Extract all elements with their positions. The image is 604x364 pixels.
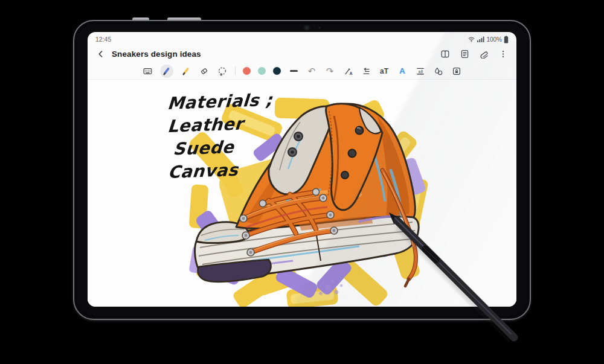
handwritten-note: Materials ; Leather Suede Canvas [162, 89, 274, 185]
color-swatch-mint[interactable] [258, 67, 266, 75]
highlighter-icon[interactable] [181, 65, 191, 77]
signal-icon [477, 36, 484, 43]
handwriting-line: Leather [165, 112, 272, 138]
shapes-icon[interactable] [433, 65, 444, 77]
wifi-icon [467, 36, 475, 43]
straighten-icon[interactable] [361, 65, 371, 77]
handwriting-line: Materials ; [167, 89, 274, 115]
title-bar: Sneakers design ideas [88, 45, 516, 63]
back-icon[interactable] [97, 49, 105, 59]
tablet-device: 12:45 100% [73, 20, 531, 320]
redo-icon[interactable]: ↷ [324, 65, 335, 77]
lock-icon[interactable] [451, 65, 462, 77]
lasso-icon[interactable] [217, 65, 228, 77]
font-size-icon[interactable]: aT [379, 65, 390, 77]
note-title: Sneakers design ideas [112, 49, 201, 59]
tablet-screen: 12:45 100% [88, 32, 516, 307]
multi-window-icon[interactable] [440, 49, 450, 59]
battery-percent: 100% [486, 36, 502, 43]
svg-text:a: a [419, 68, 422, 74]
light-sensor [318, 27, 321, 29]
drawing-toolbar: ↶ ↷ A aT A a [88, 63, 516, 80]
page-view-icon[interactable] [460, 49, 469, 59]
front-camera [304, 25, 309, 30]
line-thickness-icon[interactable] [288, 65, 299, 77]
pen-icon[interactable] [160, 65, 173, 78]
battery-icon [504, 36, 509, 43]
pen-to-text-icon[interactable]: A [342, 65, 353, 77]
keyboard-icon[interactable] [142, 65, 153, 77]
status-bar: 12:45 100% [88, 32, 516, 45]
undo-icon[interactable]: ↶ [306, 65, 317, 77]
note-canvas[interactable]: Materials ; Leather Suede Canvas [88, 80, 516, 307]
eraser-icon[interactable] [199, 65, 210, 77]
attachment-icon[interactable] [480, 49, 489, 59]
color-swatch-coral[interactable] [243, 67, 251, 75]
more-options-icon[interactable] [499, 49, 507, 59]
ai-assist-a-icon[interactable]: A [397, 65, 408, 77]
handwriting-line: Canvas [162, 158, 269, 184]
clock: 12:45 [95, 36, 111, 43]
toolbar-divider [235, 66, 236, 75]
insert-text-icon[interactable]: a [415, 65, 426, 77]
handwriting-line: Suede [163, 135, 270, 161]
color-swatch-navy[interactable] [273, 67, 281, 75]
svg-text:A: A [349, 71, 352, 75]
